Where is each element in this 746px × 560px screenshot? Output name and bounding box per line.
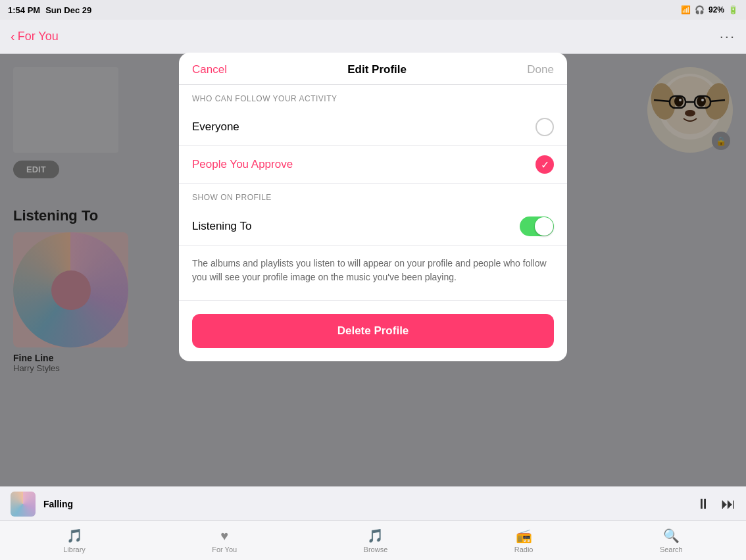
now-playing-thumbnail [11,492,36,517]
browse-label: Browse [364,546,388,553]
show-on-profile-label: SHOW ON PROFILE [179,184,567,207]
pause-button[interactable]: ⏸ [696,496,710,513]
library-label: Library [63,546,86,553]
listening-to-row[interactable]: Listening To [179,207,567,246]
people-approve-row[interactable]: People You Approve ✓ [179,146,567,184]
playback-controls: ⏸ ⏭ [696,496,735,513]
library-icon: 🎵 [66,528,83,544]
toggle-thumb [535,217,553,236]
listening-to-row-label: Listening To [192,220,251,233]
skip-button[interactable]: ⏭ [721,496,735,513]
for-you-icon: ♥ [220,528,228,544]
wifi-icon: 📶 [681,5,691,14]
now-playing-bar: Falling ⏸ ⏭ [0,486,746,521]
delete-profile-button[interactable]: Delete Profile [192,314,554,348]
tab-search[interactable]: 🔍 Search [647,525,696,556]
tab-for-you[interactable]: ♥ For You [199,526,250,556]
tab-browse[interactable]: 🎵 Browse [351,525,401,556]
cancel-button[interactable]: Cancel [192,63,227,76]
headphones-icon: 🎧 [695,5,705,14]
for-you-label: For You [212,546,237,553]
more-options-button[interactable]: ··· [720,28,735,45]
everyone-radio[interactable] [535,118,554,136]
battery-icon: 🔋 [728,5,738,14]
people-approve-label: People You Approve [192,158,293,171]
status-date: Sun Dec 29 [45,5,91,15]
search-label: Search [660,546,683,553]
battery-percent: 92% [709,5,724,14]
tab-library[interactable]: 🎵 Library [50,525,99,556]
radio-label: Radio [514,546,534,553]
everyone-label: Everyone [192,120,239,134]
back-chevron-icon: ‹ [11,29,15,44]
listening-to-toggle[interactable] [520,216,554,236]
now-playing-info: Falling [43,499,696,509]
tab-radio[interactable]: 📻 Radio [501,525,547,556]
edit-profile-modal: Cancel Edit Profile Done WHO CAN FOLLOW … [179,53,567,361]
modal-header: Cancel Edit Profile Done [179,53,567,85]
status-time: 1:54 PM [8,5,40,15]
back-button[interactable]: ‹ For You [11,29,59,44]
status-bar: 1:54 PM Sun Dec 29 📶 🎧 92% 🔋 [0,0,746,20]
nav-bar: ‹ For You ··· [0,20,746,54]
search-icon: 🔍 [663,528,680,544]
radio-icon: 📻 [516,528,532,544]
done-button[interactable]: Done [527,63,554,76]
who-can-follow-label: WHO CAN FOLLOW YOUR ACTIVITY [179,85,567,109]
now-playing-title: Falling [43,499,696,509]
back-label: For You [18,30,59,43]
tab-bar: 🎵 Library ♥ For You 🎵 Browse 📻 Radio 🔍 S… [0,521,746,560]
everyone-row[interactable]: Everyone [179,109,567,146]
browse-icon: 🎵 [367,528,384,544]
people-approve-radio[interactable]: ✓ [535,155,554,174]
description-text: The albums and playlists you listen to w… [179,246,567,301]
modal-title: Edit Profile [347,63,407,76]
